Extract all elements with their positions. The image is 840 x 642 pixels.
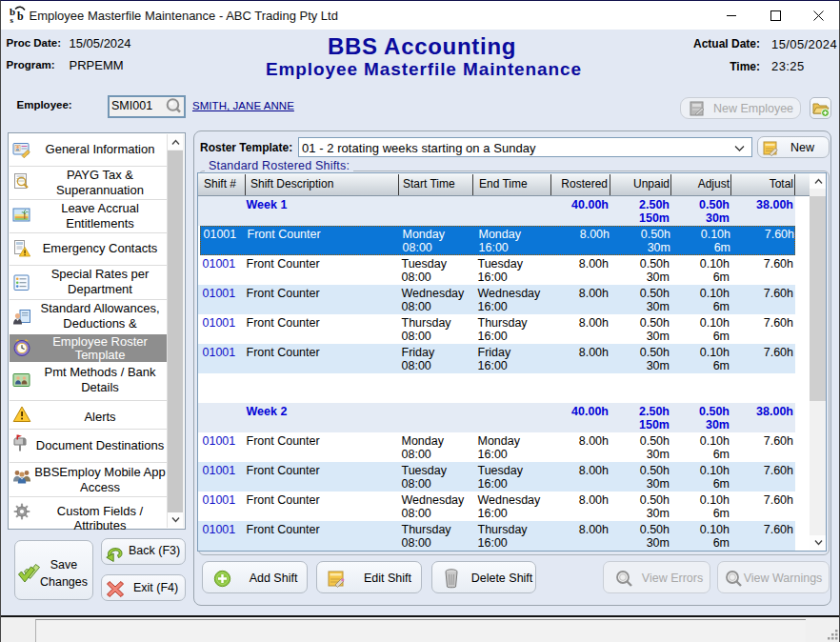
svg-text:s: s xyxy=(10,15,13,25)
svg-text:b: b xyxy=(17,10,24,23)
